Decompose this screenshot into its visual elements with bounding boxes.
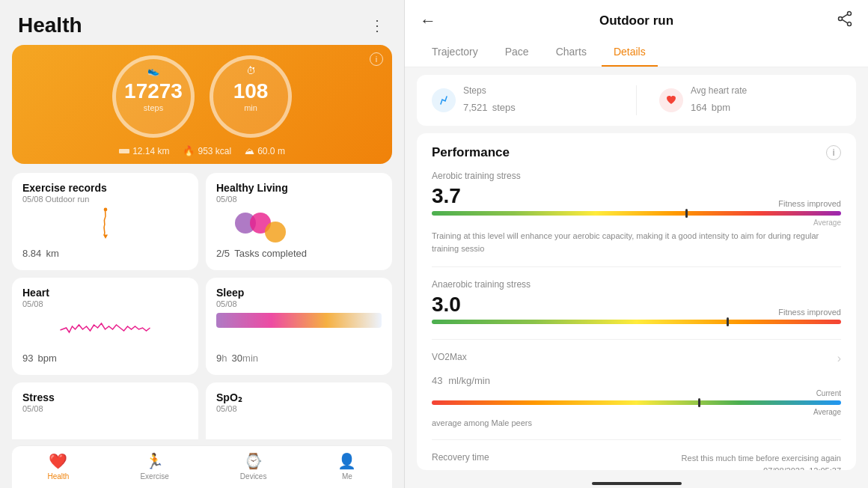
- recovery-note: Rest this much time before exercising ag…: [682, 452, 841, 470]
- steps-label: steps: [144, 103, 163, 112]
- steps-label: Steps: [463, 85, 516, 96]
- time-circle: ⏱ 108 min: [210, 55, 292, 138]
- svg-point-5: [848, 22, 852, 26]
- healthy-title: Healthy Living: [216, 182, 382, 194]
- tab-details[interactable]: Details: [602, 38, 658, 67]
- heart-value: 93 bpm: [22, 347, 188, 366]
- metrics-row: Steps 7,521 steps Avg heart rate 164 bpm: [417, 75, 856, 126]
- vo2-avg-note: average among Male peers: [432, 418, 841, 427]
- stress-card[interactable]: Stress 05/08: [12, 382, 198, 439]
- aerobic-bar: [432, 211, 841, 216]
- steps-stat: Steps 7,521 steps: [432, 85, 614, 115]
- tab-pace[interactable]: Pace: [493, 38, 541, 67]
- perf-info-icon[interactable]: i: [826, 145, 841, 160]
- spo2-chart: [216, 438, 382, 439]
- healthy-date: 05/08: [216, 195, 382, 204]
- steps-circle: 👟 17273 steps: [112, 55, 195, 138]
- vo2-section: VO2Max › 43 ml/kg/min Current Average av…: [432, 352, 841, 440]
- back-button[interactable]: ←: [420, 11, 436, 31]
- anaerobic-indicator: [727, 317, 729, 326]
- anaerobic-value: 3.0: [432, 293, 461, 317]
- exercise-icon: 🏃: [145, 452, 164, 470]
- nav-health-label: Health: [48, 472, 70, 481]
- svg-point-1: [103, 208, 107, 212]
- time-label: min: [244, 103, 257, 112]
- healthy-circles: [216, 207, 382, 239]
- perf-title: Performance: [432, 145, 510, 160]
- aerobic-desc: Training at this level will enhance your…: [432, 230, 841, 254]
- heart-chart: [22, 311, 188, 341]
- nav-health[interactable]: ❤️ Health: [48, 452, 70, 481]
- timer-icon: ⏱: [246, 65, 256, 76]
- aerobic-scale-label: Fitness improved: [778, 199, 841, 208]
- svg-rect-0: [119, 149, 129, 153]
- aerobic-section: Aerobic training stress 3.7 Fitness impr…: [432, 171, 841, 267]
- svg-point-3: [848, 12, 852, 16]
- aerobic-value: 3.7: [432, 184, 461, 208]
- cards-grid: Exercise records 05/08 Outdoor run 8.84 …: [12, 173, 392, 439]
- sleep-card[interactable]: Sleep 05/08 9h 30min: [206, 278, 392, 375]
- heart-date: 05/08: [22, 299, 188, 308]
- nav-me-label: Me: [342, 472, 352, 481]
- spo2-date: 05/08: [216, 404, 382, 413]
- left-panel: Health ⋮ i 👟 17273 steps ⏱ 108 min 12.14…: [0, 0, 404, 488]
- heart-title: Heart: [22, 287, 188, 299]
- sleep-title: Sleep: [216, 287, 382, 299]
- bottom-handle: [592, 482, 682, 485]
- stress-chart: [22, 438, 188, 439]
- stress-date: 05/08: [22, 404, 188, 413]
- info-icon[interactable]: i: [370, 52, 383, 66]
- tab-charts[interactable]: Charts: [544, 38, 599, 67]
- aerobic-indicator: [685, 209, 688, 218]
- nav-exercise[interactable]: 🏃 Exercise: [140, 452, 168, 481]
- exercise-card[interactable]: Exercise records 05/08 Outdoor run 8.84 …: [12, 173, 198, 270]
- anaerobic-scale-label: Fitness improved: [778, 308, 841, 317]
- menu-button[interactable]: ⋮: [370, 16, 386, 34]
- exercise-title: Exercise records: [22, 182, 188, 194]
- nav-me[interactable]: 👤 Me: [337, 452, 356, 481]
- anaerobic-bar: [432, 320, 841, 324]
- aerobic-row: 3.7 Fitness improved: [432, 184, 841, 208]
- heart-stat-icon: [659, 88, 683, 112]
- healthy-value: 2/5 Tasks completed: [216, 242, 382, 261]
- right-header: ← Outdoor run: [405, 0, 868, 38]
- heart-stat: Avg heart rate 164 bpm: [659, 85, 841, 115]
- nav-devices-label: Devices: [240, 472, 267, 481]
- performance-card: Performance i Aerobic training stress 3.…: [417, 133, 856, 470]
- steps-icon: 👟: [147, 65, 159, 76]
- stats-circles: 👟 17273 steps ⏱ 108 min: [24, 55, 380, 138]
- route-map: [83, 207, 128, 239]
- aerobic-label: Aerobic training stress: [432, 171, 841, 181]
- left-header: Health ⋮: [0, 0, 404, 45]
- share-button[interactable]: [837, 10, 853, 31]
- tab-trajectory[interactable]: Trajectory: [420, 38, 490, 67]
- recovery-section: Recovery time 45 h Rest this much time b…: [432, 452, 841, 470]
- perf-header: Performance i: [432, 145, 841, 160]
- distance-stat: 12.14 km: [119, 145, 169, 156]
- anaerobic-label: Anaerobic training stress: [432, 279, 841, 290]
- vo2-chevron-icon[interactable]: ›: [837, 352, 841, 365]
- nav-exercise-label: Exercise: [140, 472, 168, 481]
- heart-card[interactable]: Heart 05/08 93 bpm: [12, 278, 198, 375]
- exercise-value: 8.84 km: [22, 242, 188, 261]
- svg-marker-2: [103, 235, 107, 239]
- me-icon: 👤: [337, 452, 356, 470]
- recovery-value: 45 h: [432, 466, 489, 470]
- right-title: Outdoor run: [599, 13, 673, 28]
- calories-stat: 🔥 953 kcal: [183, 145, 231, 156]
- heart-stat-value: 164 bpm: [691, 96, 747, 115]
- spo2-card[interactable]: SpO₂ 05/08: [206, 382, 392, 439]
- vo2-indicator: [698, 398, 700, 407]
- steps-stat-value: 7,521 steps: [463, 96, 516, 115]
- healthy-card[interactable]: Healthy Living 05/08 2/5 Tasks completed: [206, 173, 392, 270]
- nav-devices[interactable]: ⌚ Devices: [240, 452, 267, 481]
- steps-value: 17273: [124, 81, 183, 102]
- stats-card: i 👟 17273 steps ⏱ 108 min 12.14 km 🔥 95: [12, 45, 392, 164]
- recovery-label: Recovery time: [432, 452, 489, 463]
- page-title: Health: [18, 13, 82, 37]
- heart-label: Avg heart rate: [691, 85, 747, 96]
- sleep-bar: [216, 313, 382, 328]
- vo2-header-row: VO2Max ›: [432, 352, 841, 365]
- aerobic-bar-labels: Average: [432, 219, 841, 227]
- right-panel: ← Outdoor run Trajectory Pace Charts Det…: [405, 0, 868, 488]
